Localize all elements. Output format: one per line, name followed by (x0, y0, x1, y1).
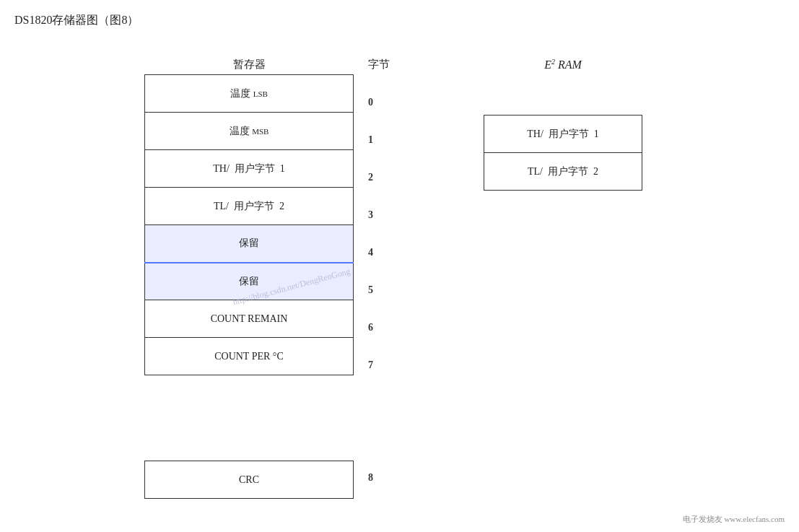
page-title: DS1820存储器图（图8） (14, 13, 139, 28)
table-row: 温度 MSB (145, 113, 354, 150)
reg-count-per: COUNT PER °C (145, 338, 354, 375)
reg-count-remain: COUNT REMAIN (145, 300, 354, 338)
byte-num-3: 3 (355, 196, 373, 234)
crc-section: CRC (144, 461, 354, 499)
scratchpad-label: 暂存器 (144, 58, 354, 71)
e2ram-th-user1: TH/ 用户字节 1 (484, 115, 642, 153)
byte-num-6: 6 (355, 309, 373, 346)
reg-reserved-1: 保留 (145, 225, 354, 263)
table-row: TH/ 用户字节 1 (145, 150, 354, 188)
byte-num-1: 1 (355, 121, 373, 159)
table-row: CRC (145, 461, 354, 499)
byte-num-4: 4 (355, 234, 373, 271)
reg-th-user1: TH/ 用户字节 1 (145, 150, 354, 188)
table-row: TL/ 用户字节 2 (145, 188, 354, 225)
reg-tl-user2: TL/ 用户字节 2 (145, 188, 354, 225)
byte-num-2: 2 (355, 159, 373, 196)
crc-table: CRC (144, 461, 354, 499)
e2ram-title: E2 RAM (484, 58, 642, 71)
register-table: 温度 LSB 温度 MSB TH/ 用户字节 1 TL/ 用户字节 2 保留 保… (144, 74, 354, 375)
table-row: COUNT REMAIN (145, 300, 354, 338)
table-row: TL/ 用户字节 2 (484, 153, 642, 191)
reg-temp-lsb: 温度 LSB (145, 75, 354, 113)
reg-crc: CRC (145, 461, 354, 499)
table-row: COUNT PER °C (145, 338, 354, 375)
table-row: TH/ 用户字节 1 (484, 115, 642, 153)
table-row: 温度 LSB (145, 75, 354, 113)
logo: 电子发烧友 www.elecfans.com (683, 514, 785, 525)
reg-temp-msb: 温度 MSB (145, 113, 354, 150)
byte-num-5: 5 (355, 271, 373, 309)
byte-label: 字节 (368, 58, 390, 71)
byte-num-7: 7 (355, 346, 373, 384)
e2ram-tl-user2: TL/ 用户字节 2 (484, 153, 642, 191)
byte-num-0: 0 (355, 84, 373, 121)
e2ram-section: E2 RAM TH/ 用户字节 1 TL/ 用户字节 2 (484, 58, 642, 191)
e2ram-table: TH/ 用户字节 1 TL/ 用户字节 2 (484, 115, 642, 191)
byte-num-8: 8 (355, 472, 373, 484)
table-row: 保留 (145, 225, 354, 263)
